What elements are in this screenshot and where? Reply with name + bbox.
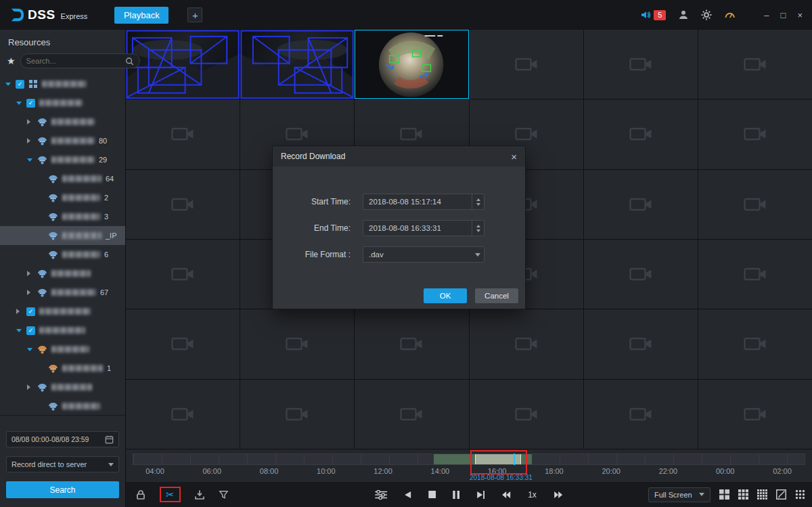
end-time-spinner[interactable]	[472, 221, 484, 236]
device-tree[interactable]: ✓✓80296423_IP667✓✓1	[0, 74, 125, 416]
tree-checkbox[interactable]: ✓	[26, 307, 35, 316]
settings-gear-icon[interactable]	[701, 9, 712, 20]
timeline[interactable]: 04:0006:0008:0010:0012:0014:0016:0018:00…	[126, 449, 812, 482]
end-time-field[interactable]: 2018-08-08 16:33:31	[363, 220, 484, 236]
tree-item[interactable]	[0, 340, 125, 359]
pause-icon[interactable]	[453, 491, 459, 499]
video-tile[interactable]	[698, 309, 812, 378]
video-tile[interactable]	[698, 380, 812, 449]
cancel-button[interactable]: Cancel	[475, 288, 518, 303]
tree-item[interactable]: 64	[0, 169, 125, 188]
expand-arrow-icon[interactable]	[27, 348, 32, 351]
video-tile[interactable]	[584, 30, 698, 99]
video-tile[interactable]	[470, 309, 583, 378]
maximize-button[interactable]: □	[781, 10, 786, 20]
tree-item[interactable]: 67	[0, 283, 125, 302]
video-tile[interactable]	[698, 240, 812, 309]
video-tile[interactable]	[126, 240, 240, 309]
tab-playback[interactable]: Playback	[114, 7, 168, 24]
file-format-select[interactable]: .dav	[363, 246, 484, 263]
video-tile[interactable]	[698, 170, 812, 239]
tree-item[interactable]: 2	[0, 188, 125, 207]
alarm-sound-icon[interactable]	[640, 9, 651, 20]
search-input[interactable]	[26, 57, 122, 65]
playhead[interactable]	[514, 454, 515, 465]
expand-arrow-icon[interactable]	[16, 329, 22, 332]
video-tile[interactable]	[584, 380, 698, 449]
tree-item[interactable]	[0, 112, 125, 131]
more-layouts-icon[interactable]	[795, 489, 805, 500]
layout-4x4-icon[interactable]	[757, 489, 767, 500]
tree-item[interactable]: ✓	[0, 93, 125, 112]
tree-item[interactable]: ✓	[0, 321, 125, 340]
collapse-arrow-icon[interactable]	[27, 138, 30, 144]
start-time-spinner[interactable]	[472, 194, 484, 209]
expand-arrow-icon[interactable]	[5, 83, 11, 86]
user-icon[interactable]	[678, 9, 689, 20]
expand-arrow-icon[interactable]	[27, 158, 32, 162]
fullscreen-select[interactable]: Full Screen	[648, 487, 710, 502]
video-tile[interactable]	[240, 309, 354, 378]
tree-checkbox[interactable]: ✓	[26, 99, 35, 108]
playback-speed-label[interactable]: 1x	[528, 490, 537, 500]
record-position-select[interactable]: Record direct to server	[6, 456, 119, 472]
tree-item[interactable]	[0, 264, 125, 283]
video-tile[interactable]	[126, 30, 240, 99]
tree-item[interactable]: _IP	[0, 226, 125, 245]
search-button[interactable]: Search	[6, 481, 119, 498]
tree-item[interactable]: 1	[0, 359, 125, 378]
layout-custom-icon[interactable]	[776, 489, 786, 500]
timeline-bar[interactable]	[133, 454, 805, 465]
lock-timeline-icon[interactable]	[135, 489, 146, 500]
clip-scissors-icon[interactable]: ✂	[166, 489, 175, 500]
video-tile[interactable]	[355, 309, 468, 378]
video-tile[interactable]	[126, 380, 240, 449]
device-search-box[interactable]	[20, 53, 140, 68]
video-tile[interactable]	[240, 380, 354, 449]
date-range-picker[interactable]: 08/08 00:00-08/08 23:59	[6, 431, 119, 447]
collapse-arrow-icon[interactable]	[27, 271, 30, 276]
start-time-field[interactable]: 2018-08-08 15:17:14	[363, 194, 484, 210]
video-tile[interactable]	[584, 100, 698, 169]
add-tab-button[interactable]: +	[187, 7, 202, 22]
play-backward-icon[interactable]	[404, 491, 411, 499]
tree-item[interactable]	[0, 397, 125, 416]
layout-2x2-icon[interactable]	[719, 489, 729, 500]
alarm-count-badge[interactable]: 5	[654, 10, 666, 20]
dialog-titlebar[interactable]: Record Download ×	[273, 146, 525, 167]
video-tile[interactable]	[584, 240, 698, 309]
minimize-button[interactable]: –	[764, 10, 769, 20]
filter-icon[interactable]	[219, 489, 229, 500]
next-frame-icon[interactable]	[476, 491, 484, 499]
video-tile[interactable]	[584, 309, 698, 378]
expand-arrow-icon[interactable]	[16, 102, 22, 105]
close-button[interactable]: ×	[797, 10, 803, 20]
video-tile[interactable]	[584, 170, 698, 239]
tree-item[interactable]: 29	[0, 150, 125, 169]
video-tile[interactable]	[240, 30, 354, 99]
tree-checkbox[interactable]: ✓	[16, 80, 24, 89]
video-tile[interactable]	[470, 380, 583, 449]
video-tile[interactable]	[470, 30, 583, 99]
tree-checkbox[interactable]: ✓	[26, 326, 35, 335]
video-tile[interactable]	[126, 100, 240, 169]
video-tile[interactable]	[355, 30, 468, 99]
video-tile[interactable]	[698, 30, 812, 99]
collapse-arrow-icon[interactable]	[27, 290, 30, 295]
dialog-close-icon[interactable]: ×	[511, 151, 517, 162]
tree-item[interactable]	[0, 378, 125, 397]
video-tile[interactable]	[698, 100, 812, 169]
tree-item[interactable]: 80	[0, 131, 125, 150]
layout-3x3-icon[interactable]	[738, 489, 748, 500]
video-tile[interactable]	[355, 380, 468, 449]
tree-item[interactable]: ✓	[0, 74, 125, 93]
collapse-arrow-icon[interactable]	[27, 119, 30, 125]
speed-down-icon[interactable]	[501, 491, 511, 499]
favorites-star-icon[interactable]: ★	[7, 56, 16, 66]
playback-settings-icon[interactable]	[375, 490, 387, 500]
ok-button[interactable]: OK	[424, 288, 467, 303]
tree-item[interactable]: 6	[0, 245, 125, 264]
video-tile[interactable]	[126, 309, 240, 378]
tree-item[interactable]: 3	[0, 207, 125, 226]
collapse-arrow-icon[interactable]	[27, 384, 30, 390]
